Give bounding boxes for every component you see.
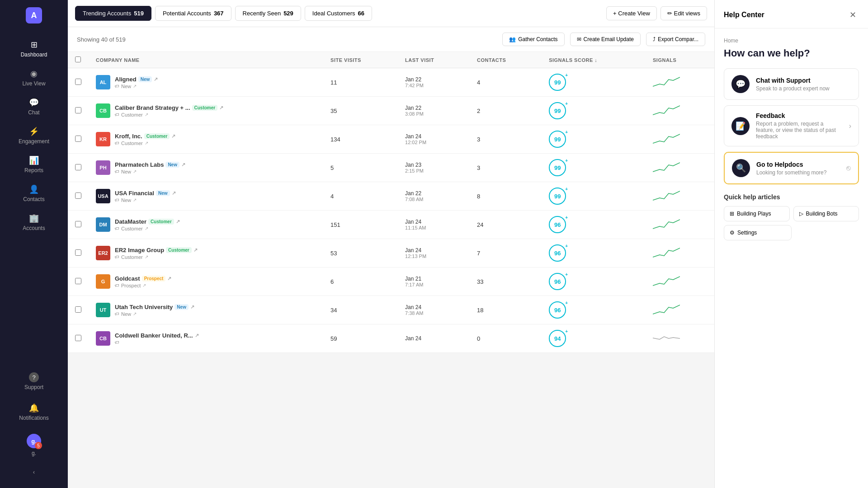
helpdocs-card[interactable]: 🔍 Go to Helpdocs Looking for something m…	[724, 152, 859, 184]
sparkline-chart	[653, 311, 680, 318]
gather-contacts-button[interactable]: 👥 Gather Contacts	[502, 33, 564, 46]
create-email-label: Create Email Update	[584, 36, 634, 42]
tag-icon: 🏷	[115, 112, 119, 117]
sidebar-item-notifications[interactable]: 🔔 Notifications	[0, 398, 68, 427]
help-body: Home How can we help? 💬 Chat with Suppor…	[715, 28, 868, 488]
score-plus: +	[565, 130, 568, 135]
tag-icon: 🏷	[115, 141, 119, 145]
external-link-icon[interactable]: ↗	[193, 247, 198, 253]
dashboard-icon: ⊞	[31, 40, 38, 50]
company-logo: USA	[96, 189, 110, 203]
edit-icon[interactable]: ↗	[133, 197, 137, 202]
external-link-icon[interactable]: ↗	[172, 190, 176, 196]
row-contacts: 33	[470, 267, 542, 296]
score-plus: +	[565, 101, 568, 106]
row-checkbox[interactable]	[75, 192, 81, 199]
close-help-center-button[interactable]: ✕	[847, 9, 859, 21]
company-logo: UT	[96, 303, 110, 317]
sidebar-user[interactable]: g. 5 g.	[0, 428, 68, 462]
chat-with-support-card[interactable]: 💬 Chat with Support Speak to a product e…	[724, 68, 859, 100]
export-button[interactable]: ⤴ Export Compar...	[646, 33, 705, 46]
sidebar-collapse[interactable]: ‹	[0, 464, 68, 481]
score-badge: 99 +	[549, 74, 566, 91]
company-logo: CB	[96, 331, 110, 346]
edit-icon[interactable]: ↗	[145, 226, 148, 231]
company-info: Utah Tech University New ↗ 🏷 New ↗	[115, 304, 194, 317]
external-link-icon[interactable]: ↗	[181, 162, 185, 168]
row-checkbox[interactable]	[75, 278, 81, 284]
collapse-icon: ‹	[33, 469, 35, 475]
tab-trending[interactable]: Trending Accounts 519	[75, 6, 151, 21]
sidebar-item-support[interactable]: ? Support	[0, 367, 68, 396]
edit-icon[interactable]: ↗	[142, 283, 146, 288]
sidebar-item-label: Contacts	[23, 196, 44, 202]
edit-views-button[interactable]: ✏ Edit views	[660, 6, 707, 20]
row-checkbox[interactable]	[75, 249, 81, 256]
external-link-icon[interactable]: ↗	[195, 333, 199, 338]
sidebar-item-label: Support	[24, 384, 43, 390]
tab-potential[interactable]: Potential Accounts 367	[155, 6, 231, 21]
edit-icon[interactable]: ↗	[133, 84, 137, 89]
create-email-update-button[interactable]: ✉ Create Email Update	[570, 33, 641, 46]
app-logo: A	[26, 7, 42, 23]
table-row: KR Kroff, Inc. Customer ↗ 🏷 Customer ↗	[68, 125, 714, 154]
external-link-icon[interactable]: ↗	[219, 105, 223, 111]
edit-icon[interactable]: ↗	[145, 112, 148, 117]
score-badge: 96 +	[549, 301, 566, 319]
tag-icon: 🏷	[115, 340, 119, 345]
score-badge: 99 +	[549, 188, 566, 205]
edit-icon[interactable]: ↗	[145, 141, 148, 145]
last-visit-time: 7:17 AM	[405, 282, 462, 287]
helpdocs-icon: 🔍	[732, 159, 750, 177]
settings-button[interactable]: ⚙ Settings	[724, 225, 792, 240]
help-breadcrumb: Home	[724, 38, 859, 44]
last-visit-time: 7:38 AM	[405, 310, 462, 316]
row-contacts: 24	[470, 211, 542, 239]
select-all-checkbox[interactable]	[75, 56, 81, 62]
external-link-icon[interactable]: ↗	[171, 133, 175, 139]
external-link-icon[interactable]: ↗	[176, 219, 180, 225]
last-visit-time: 2:15 PM	[405, 168, 462, 174]
edit-icon[interactable]: ↗	[133, 311, 137, 316]
sidebar-item-dashboard[interactable]: ⊞ Dashboard	[0, 34, 68, 63]
score-badge: 99 +	[549, 102, 566, 119]
row-checkbox[interactable]	[75, 107, 81, 113]
tab-ideal[interactable]: Ideal Customers 66	[305, 6, 372, 21]
tab-recently[interactable]: Recently Seen 529	[235, 6, 301, 21]
edit-icon[interactable]: ↗	[145, 254, 148, 259]
row-checkbox[interactable]	[75, 79, 81, 85]
sidebar-item-live-view[interactable]: ◉ Live View	[0, 63, 68, 92]
external-link-icon[interactable]: ↗	[167, 276, 171, 282]
row-checkbox[interactable]	[75, 136, 81, 142]
building-plays-button[interactable]: ⊞ Building Plays	[724, 206, 790, 221]
table-row: CB Caliber Brand Strategy + ... Customer…	[68, 97, 714, 125]
row-company-cell: KR Kroff, Inc. Customer ↗ 🏷 Customer ↗	[89, 125, 323, 154]
sidebar-item-label: Notifications	[19, 415, 48, 421]
row-checkbox[interactable]	[75, 306, 81, 313]
external-link-icon[interactable]: ↗	[154, 76, 158, 82]
row-contacts: 0	[470, 324, 542, 353]
company-name: Aligned New ↗	[115, 76, 158, 83]
table-row: ER2 ER2 Image Group Customer ↗ 🏷 Custome…	[68, 239, 714, 267]
sidebar-item-label: Reports	[24, 167, 43, 174]
row-checkbox[interactable]	[75, 221, 81, 227]
feedback-content: Feedback Report a problem, request a fea…	[756, 112, 843, 140]
row-company-cell: DM DataMaster Customer ↗ 🏷 Customer ↗	[89, 211, 323, 239]
sidebar-item-chat[interactable]: 💬 Chat	[0, 92, 68, 121]
building-bots-button[interactable]: ▷ Building Bots	[793, 206, 859, 221]
company-logo: CB	[96, 103, 110, 118]
sidebar-item-accounts[interactable]: 🏢 Accounts	[0, 208, 68, 237]
main-area: Trending Accounts 519 Potential Accounts…	[68, 0, 714, 488]
sidebar-item-engagement[interactable]: ⚡ Engagement	[0, 121, 68, 150]
edit-icon[interactable]: ↗	[133, 169, 137, 174]
last-visit-time: 12:13 PM	[405, 253, 462, 259]
row-checkbox[interactable]	[75, 335, 81, 341]
sidebar-item-contacts[interactable]: 👤 Contacts	[0, 179, 68, 208]
row-checkbox[interactable]	[75, 164, 81, 170]
score-badge: 99 +	[549, 159, 566, 176]
feedback-card[interactable]: 📝 Feedback Report a problem, request a f…	[724, 105, 859, 146]
external-link-icon[interactable]: ↗	[190, 304, 194, 310]
last-visit-date: Jan 24	[405, 219, 462, 225]
create-view-button[interactable]: + Create View	[606, 6, 657, 20]
sidebar-item-reports[interactable]: 📊 Reports	[0, 150, 68, 179]
